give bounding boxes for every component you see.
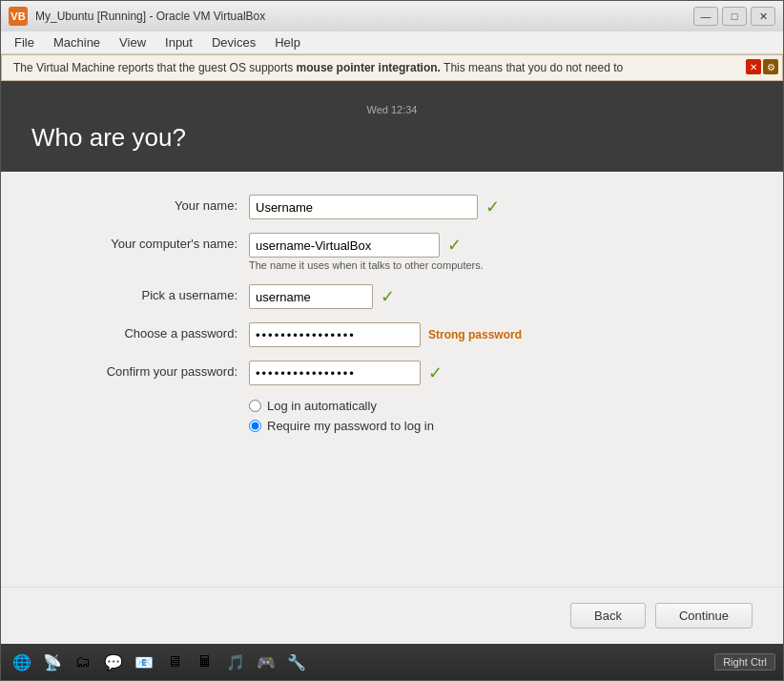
login-auto-text: Log in automatically [267, 399, 377, 413]
taskbar-icon-apps[interactable]: 🎮 [253, 649, 279, 675]
taskbar-icon-network[interactable]: 🌐 [9, 649, 35, 675]
confirm-password-field: ✓ [249, 361, 443, 385]
notification-text: The Virtual Machine reports that the gue… [13, 61, 623, 74]
username-field: ✓ [249, 284, 395, 309]
username-check-icon: ✓ [381, 286, 395, 307]
notification-controls: ✕ ⚙ [746, 59, 778, 74]
confirm-password-input[interactable] [249, 361, 421, 385]
vm-taskbar: 🌐 📡 🗂 💬 📧 🖥 🖩 🎵 🎮 🔧 Right Ctrl [1, 644, 783, 680]
confirm-password-label: Confirm your password: [39, 361, 249, 379]
installer-header: Wed 12:34 Who are you? [1, 81, 783, 172]
vm-display: The Virtual Machine reports that the gue… [1, 54, 783, 680]
notification-close-button[interactable]: ✕ [746, 59, 761, 74]
taskbar-icon-calc[interactable]: 🖩 [192, 649, 218, 675]
password-strength-label: Strong password [428, 328, 522, 341]
window-title: My_Ubuntu [Running] - Oracle VM VirtualB… [35, 10, 686, 23]
login-auto-row: Log in automatically [1, 399, 783, 413]
menu-help[interactable]: Help [265, 33, 310, 52]
password-input[interactable] [249, 322, 421, 347]
minimize-button[interactable]: — [693, 7, 718, 26]
login-password-radio[interactable] [249, 420, 261, 432]
taskbar-icon-files[interactable]: 🗂 [70, 649, 96, 675]
virtualbox-window: VB My_Ubuntu [Running] - Oracle VM Virtu… [0, 0, 784, 681]
notification-bold: mouse pointer integration. [297, 61, 441, 74]
taskbar-icon-wireless[interactable]: 📡 [39, 649, 66, 675]
login-password-label[interactable]: Require my password to log in [249, 419, 434, 433]
login-auto-radio[interactable] [249, 400, 261, 412]
your-name-label: Your name: [39, 195, 249, 213]
window-controls: — □ ✕ [693, 7, 775, 26]
menu-input[interactable]: Input [155, 33, 202, 52]
login-password-text: Require my password to log in [267, 419, 434, 433]
taskbar-icon-email[interactable]: 📧 [131, 649, 157, 675]
installer-body: Your name: ✓ Your computer's name: ✓ [1, 172, 783, 587]
computer-name-hint: The name it uses when it talks to other … [249, 259, 484, 271]
installer-footer: Back Continue [1, 587, 783, 644]
your-name-check-icon: ✓ [485, 196, 500, 217]
your-name-field: ✓ [249, 195, 500, 219]
title-bar: VB My_Ubuntu [Running] - Oracle VM Virtu… [1, 1, 783, 31]
maximize-button[interactable]: □ [722, 7, 747, 26]
username-input[interactable] [249, 284, 373, 309]
menu-file[interactable]: File [5, 33, 44, 52]
computer-name-check-icon: ✓ [447, 235, 462, 256]
menu-devices[interactable]: Devices [202, 33, 265, 52]
menu-machine[interactable]: Machine [44, 33, 110, 52]
right-ctrl-indicator: Right Ctrl [714, 653, 775, 671]
computer-name-label: Your computer's name: [39, 233, 249, 251]
your-name-input[interactable] [249, 195, 478, 219]
username-label: Pick a username: [39, 284, 249, 302]
notification-settings-button[interactable]: ⚙ [763, 59, 778, 74]
back-button[interactable]: Back [570, 603, 646, 629]
notification-bar: The Virtual Machine reports that the gue… [1, 54, 783, 81]
installer-title: Who are you? [31, 123, 753, 153]
computer-name-input[interactable] [249, 233, 440, 258]
login-password-row: Require my password to log in [1, 419, 783, 433]
taskbar-icon-music[interactable]: 🎵 [222, 649, 249, 675]
continue-button[interactable]: Continue [655, 603, 753, 629]
ubuntu-installer: Wed 12:34 Who are you? Your name: ✓ Your… [1, 81, 783, 644]
app-icon: VB [9, 7, 28, 26]
password-row: Choose a password: Strong password [1, 322, 783, 347]
computer-name-group: ✓ The name it uses when it talks to othe… [249, 233, 484, 271]
menu-view[interactable]: View [110, 33, 155, 52]
confirm-password-row: Confirm your password: ✓ [1, 361, 783, 385]
password-field: Strong password [249, 322, 522, 347]
taskbar-icon-chat[interactable]: 💬 [100, 649, 127, 675]
computer-name-row: Your computer's name: ✓ The name it uses… [1, 233, 783, 271]
taskbar-icon-display[interactable]: 🖥 [161, 649, 188, 675]
close-button[interactable]: ✕ [751, 7, 775, 26]
password-label: Choose a password: [39, 322, 249, 340]
username-row: Pick a username: ✓ [1, 284, 783, 309]
confirm-password-check-icon: ✓ [428, 362, 443, 383]
taskbar-icon-settings[interactable]: 🔧 [283, 649, 310, 675]
menu-bar: File Machine View Input Devices Help [1, 31, 783, 54]
login-auto-label[interactable]: Log in automatically [249, 399, 377, 413]
computer-name-field: ✓ The name it uses when it talks to othe… [249, 233, 484, 271]
your-name-row: Your name: ✓ [1, 195, 783, 219]
clock-display: Wed 12:34 [31, 104, 753, 115]
